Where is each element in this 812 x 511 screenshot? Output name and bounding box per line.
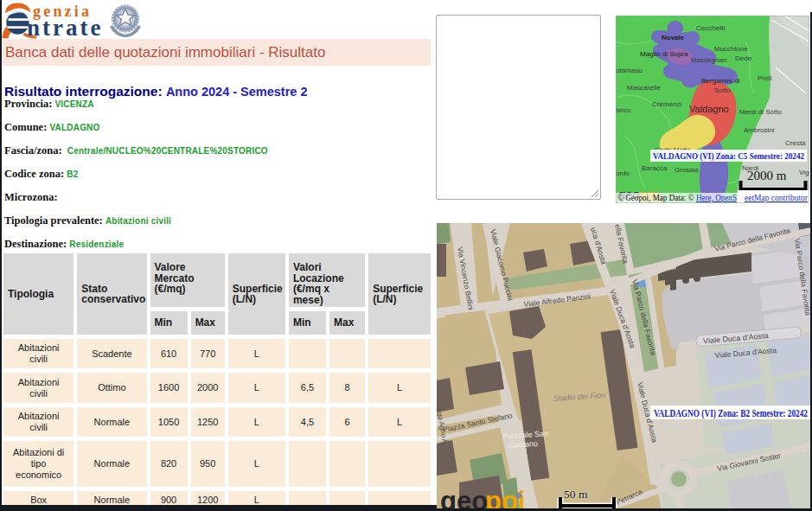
svg-text:50 m: 50 m [564,488,588,501]
svg-text:2000 m: 2000 m [747,169,787,182]
svg-text:Sotto: Sotto [714,86,731,94]
svg-text:VALDAGNO (VI) Zona: C5 Semestr: VALDAGNO (VI) Zona: C5 Semestre: 20242 [653,151,804,162]
svg-text:Grosaie: Grosaie [675,166,700,174]
svg-text:Preti: Preti [758,74,772,82]
svg-text:© Geopoi, Map Data: © Here, Op: © Geopoi, Map Data: © Here, OpenS [617,193,737,202]
svg-text:VALDAGNO (VI) Zona: B2 Semestr: VALDAGNO (VI) Zona: B2 Semestre: 20242 [654,408,808,419]
svg-text:Menti di Sotto: Menti di Sotto [739,108,782,116]
svg-text:Ambrosini: Ambrosini [744,126,775,134]
svg-text:brico: brico [616,106,631,114]
svg-text:Mucchione: Mucchione [714,45,748,53]
svg-text:geo: geo [440,486,488,511]
svg-text:Bergamini di: Bergamini di [701,77,740,85]
svg-text:Dede: Dede [735,54,752,62]
svg-text:otamaso: otamaso [616,67,643,74]
svg-text:Novale: Novale [662,34,685,42]
svg-text:Maglio di Sopra: Maglio di Sopra [640,50,688,58]
svg-text:Vigo: Vigo [799,169,809,176]
svg-text:Valdagno: Valdagno [689,104,729,114]
svg-text:ordo: ordo [616,169,630,177]
svg-text:Cecchetti: Cecchetti [696,24,726,32]
svg-text:Cremenzi: Cremenzi [652,100,681,108]
svg-text:Mascarelle: Mascarelle [627,84,661,92]
svg-text:Massegnan: Massegnan [691,56,726,64]
svg-text:poi: poi [485,486,526,511]
svg-text:Baracca: Baracca [642,164,668,172]
svg-text:eetMap contributor: eetMap contributor [745,193,808,202]
svg-text:Cresta: Cresta [785,139,806,147]
